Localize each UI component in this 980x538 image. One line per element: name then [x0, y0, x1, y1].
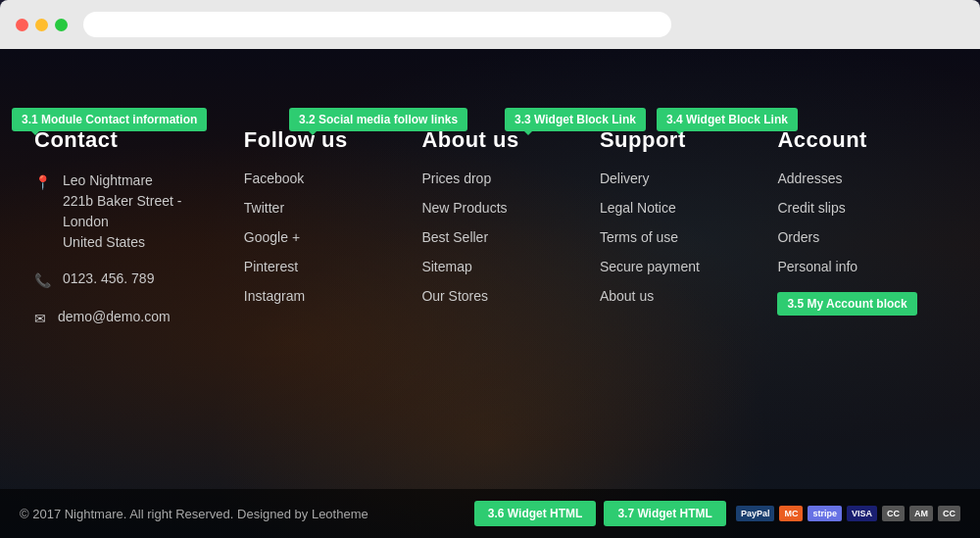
- contact-title: Contact: [34, 127, 224, 153]
- contact-column: Contact 📍 Leo Nightmare 221b Baker Stree…: [29, 108, 239, 489]
- account-column: Account Addresses Credit slips Orders Pe…: [772, 108, 951, 489]
- link-secure-payment[interactable]: Secure payment: [600, 259, 759, 274]
- browser-chrome: [0, 0, 980, 49]
- main-content: 3.1 Module Contact information 3.2 Socia…: [0, 49, 980, 538]
- paypal-icon: PayPal: [736, 506, 775, 521]
- minimize-button[interactable]: [35, 19, 48, 31]
- amex-icon: AM: [909, 506, 933, 521]
- email-icon: ✉: [34, 309, 46, 329]
- bottom-bar: © 2017 Nightmare. All right Reserved. De…: [0, 489, 980, 538]
- close-button[interactable]: [16, 19, 28, 31]
- link-instagram[interactable]: Instagram: [244, 288, 403, 304]
- follow-us-column: Follow us Facebook Twitter Google + Pint…: [239, 108, 417, 489]
- widget-37-badge[interactable]: 3.7 Widget HTML: [604, 501, 726, 526]
- mastercard-icon: MC: [779, 506, 803, 521]
- address-text: Leo Nightmare 221b Baker Street - London…: [63, 171, 224, 253]
- link-personal-info[interactable]: Personal info: [777, 259, 936, 274]
- stripe-icon: stripe: [808, 506, 842, 521]
- address-bar[interactable]: [83, 12, 671, 37]
- follow-us-title: Follow us: [244, 127, 403, 153]
- contact-email: ✉ demo@demo.com: [34, 307, 224, 329]
- link-terms-of-use[interactable]: Terms of use: [600, 229, 759, 245]
- annotation-35: 3.5 My Account block: [777, 292, 916, 316]
- link-new-products[interactable]: New Products: [421, 200, 580, 216]
- account-title: Account: [777, 127, 936, 153]
- phone-icon: 📞: [34, 270, 51, 291]
- widget-36-badge[interactable]: 3.6 Widget HTML: [474, 501, 597, 526]
- link-sitemap[interactable]: Sitemap: [421, 259, 580, 274]
- contact-phone: 📞 0123. 456. 789: [34, 269, 224, 291]
- footer: Contact 📍 Leo Nightmare 221b Baker Stree…: [0, 108, 980, 489]
- support-title: Support: [600, 127, 759, 153]
- link-twitter[interactable]: Twitter: [244, 200, 403, 216]
- link-best-seller[interactable]: Best Seller: [421, 229, 580, 245]
- bottom-badges: 3.6 Widget HTML 3.7 Widget HTML: [474, 501, 726, 526]
- link-orders[interactable]: Orders: [777, 229, 936, 245]
- link-addresses[interactable]: Addresses: [777, 171, 936, 186]
- location-icon: 📍: [34, 172, 51, 193]
- link-our-stores[interactable]: Our Stores: [421, 288, 580, 304]
- link-facebook[interactable]: Facebook: [244, 171, 403, 186]
- cc-icon-1: CC: [882, 506, 905, 521]
- cc-icon-2: CC: [938, 506, 960, 521]
- visa-icon: VISA: [847, 506, 877, 521]
- link-google-plus[interactable]: Google +: [244, 229, 403, 245]
- link-legal-notice[interactable]: Legal Notice: [600, 200, 759, 216]
- link-pinterest[interactable]: Pinterest: [244, 259, 403, 274]
- copyright-text: © 2017 Nightmare. All right Reserved. De…: [20, 507, 474, 521]
- link-delivery[interactable]: Delivery: [600, 171, 759, 186]
- support-column: Support Delivery Legal Notice Terms of u…: [595, 108, 773, 489]
- link-credit-slips[interactable]: Credit slips: [777, 200, 936, 216]
- traffic-lights: [16, 19, 68, 31]
- link-prices-drop[interactable]: Prices drop: [421, 171, 580, 186]
- about-us-title: About us: [421, 127, 580, 153]
- about-us-column: About us Prices drop New Products Best S…: [416, 108, 595, 489]
- maximize-button[interactable]: [55, 19, 68, 31]
- payment-icons: PayPal MC stripe VISA CC AM CC: [736, 506, 960, 521]
- contact-address: 📍 Leo Nightmare 221b Baker Street - Lond…: [34, 171, 224, 253]
- link-about-us[interactable]: About us: [600, 288, 759, 304]
